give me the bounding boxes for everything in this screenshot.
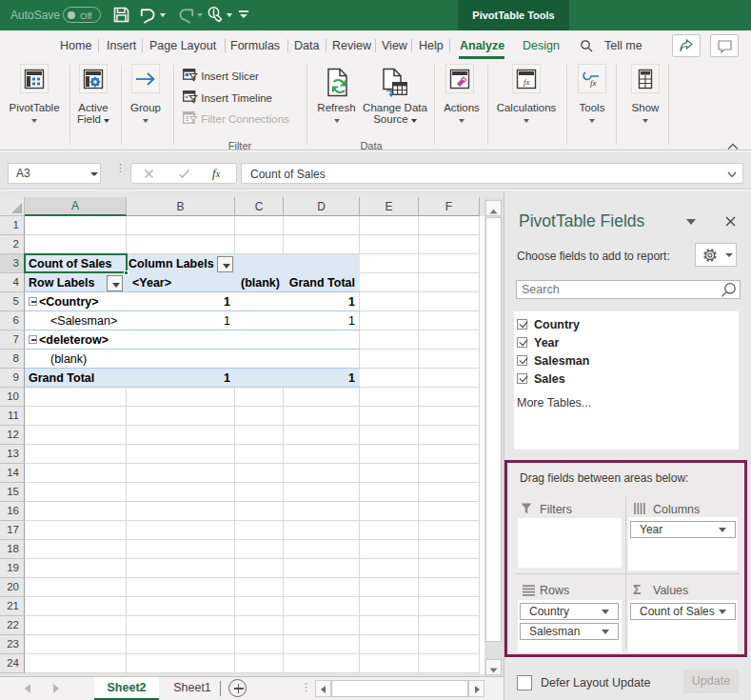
svg-text:fx: fx [524, 77, 530, 87]
svg-text:fx: fx [590, 78, 597, 88]
